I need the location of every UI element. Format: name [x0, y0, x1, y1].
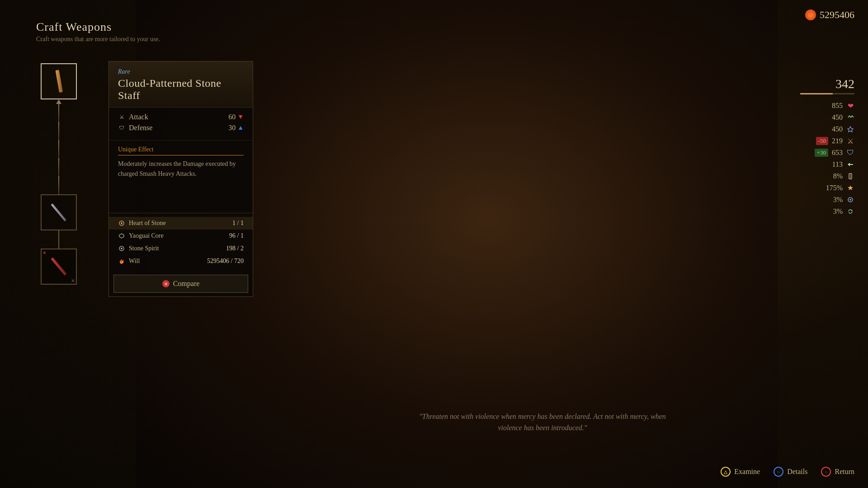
quote-text: "Threaten not with violence when mercy h…: [407, 411, 678, 434]
material-row-3: Will 5295406 / 720: [109, 255, 253, 267]
details-action[interactable]: ○ Details: [774, 467, 807, 477]
defense-value: 30 ▲: [228, 124, 244, 132]
staff-weapon-icon: [47, 69, 70, 94]
material-count-1: 96 / 1: [229, 232, 244, 239]
weapon-slot-middle[interactable]: [41, 194, 77, 230]
bottom-actions: △ Examine ○ Details ○ Return: [721, 467, 854, 477]
attack-stat-row: ⚔ Attack 60 ▼: [118, 113, 244, 121]
defense-stat-row: 🛡 Defense 30 ▲: [118, 124, 244, 132]
recovery-value: 3%: [833, 207, 843, 216]
svg-rect-1: [51, 203, 66, 221]
weapon-list: ✕ ⚔: [36, 63, 81, 285]
right-stats-panel: 342 855 ❤ 450 450 -50 219 ⚔ +30 653 🛡 11…: [800, 77, 854, 219]
speed-stat-icon: [846, 160, 854, 169]
defense-right-value: 653: [832, 149, 843, 157]
compare-label: Compare: [173, 280, 200, 288]
attack-value: 60 ▼: [228, 113, 244, 121]
return-action[interactable]: ○ Return: [821, 467, 854, 477]
compare-button[interactable]: ✕ Compare: [113, 275, 248, 293]
right-stat-mana: 450: [800, 125, 854, 133]
svg-point-6: [121, 248, 123, 249]
page-title-section: Craft Weapons Craft weapons that are mor…: [36, 20, 160, 43]
defense-stat-icon: 🛡: [118, 124, 125, 131]
stamina-value: 450: [832, 113, 843, 122]
defense-change-badge: +30: [815, 149, 828, 157]
hp-value: 855: [832, 102, 843, 110]
examine-action[interactable]: △ Examine: [721, 467, 760, 477]
level-bar-fill: [800, 93, 833, 94]
dagger-weapon-icon: [47, 200, 70, 225]
speed-value: 113: [832, 160, 843, 169]
weapon-slot-bottom[interactable]: ✕ ⚔: [41, 249, 77, 285]
material-name-0: Heart of Stone: [129, 220, 166, 227]
poise-stat-icon: [846, 172, 854, 180]
svg-rect-0: [56, 70, 63, 93]
currency-value: 5295406: [820, 9, 854, 21]
material-row-1: Yaoguai Core 96 / 1: [109, 230, 253, 242]
right-stat-move: 3%: [800, 196, 854, 204]
material-name-2: Stone Spirit: [129, 245, 159, 252]
material-row-2: Stone Spirit 198 / 2: [109, 242, 253, 255]
panel-header: Rare Cloud-Patterned Stone Staff: [109, 61, 253, 108]
recovery-stat-icon: [846, 207, 854, 216]
stats-section: ⚔ Attack 60 ▼ 🛡 Defense 30 ▲: [109, 108, 253, 141]
connector-line-bot1: [58, 230, 59, 249]
connector-line-mid3: [58, 158, 59, 176]
weapon-info-panel: Rare Cloud-Patterned Stone Staff ⚔ Attac…: [108, 61, 253, 297]
connector-line-top: [58, 104, 59, 122]
flame-icon: [805, 9, 816, 20]
right-stat-crit: 175%: [800, 184, 854, 192]
level-bar: [800, 93, 854, 94]
material-count-2: 198 / 2: [226, 245, 244, 252]
material-count-0: 1 / 1: [232, 220, 244, 227]
right-stat-recovery: 3%: [800, 207, 854, 216]
material-icon-2: [118, 245, 125, 252]
return-label: Return: [835, 468, 854, 476]
attack-trend-icon: ▼: [237, 113, 244, 121]
move-value: 3%: [833, 196, 843, 204]
move-stat-icon: [846, 196, 854, 204]
right-stat-stamina: 450: [800, 113, 854, 122]
right-stat-poise: 8%: [800, 172, 854, 180]
attack-stat-icon: ⚔: [118, 113, 125, 121]
mana-stat-icon: [846, 125, 854, 133]
mana-value: 450: [832, 125, 843, 133]
details-button-icon: ○: [774, 467, 783, 477]
crit-value: 175%: [826, 184, 843, 192]
materials-section: Heart of Stone 1 / 1 Yaoguai Core 96 / 1…: [109, 213, 253, 271]
details-label: Details: [787, 468, 807, 476]
page-subtitle: Craft weapons that are more tailored to …: [36, 36, 160, 43]
slot-badge-x: ✕: [42, 250, 46, 255]
attack-right-icon: ⚔: [846, 137, 854, 145]
material-icon-will: [118, 258, 125, 265]
slot-badge-person: ⚔: [71, 278, 75, 283]
connector-arrow-up: [56, 99, 61, 104]
defense-trend-icon: ▲: [237, 124, 244, 131]
heart-stat-icon: ❤: [846, 102, 854, 110]
right-stat-attack: -50 219 ⚔: [800, 137, 854, 145]
right-stat-defense: +30 653 🛡: [800, 149, 854, 157]
attack-right-value: 219: [832, 137, 843, 145]
material-count-3: 5295406 / 720: [207, 258, 244, 265]
unique-effect-header: Unique Effect: [118, 146, 244, 155]
unique-effect-text: Moderately increases the Damage executed…: [118, 159, 244, 179]
examine-label: Examine: [734, 468, 760, 476]
attack-change-badge: -50: [816, 137, 828, 145]
page-title: Craft Weapons: [36, 20, 160, 34]
svg-marker-4: [119, 234, 124, 238]
unique-effect-section: Unique Effect Moderately increases the D…: [109, 141, 253, 213]
weapon-slot-selected[interactable]: [41, 63, 77, 99]
return-button-icon: ○: [821, 467, 831, 477]
connector-line-mid1: [58, 122, 59, 140]
compare-x-icon: ✕: [162, 280, 170, 287]
stamina-stat-icon: [846, 113, 854, 122]
right-stat-hp: 855 ❤: [800, 102, 854, 110]
attack-label: ⚔ Attack: [118, 113, 148, 121]
connector-line-mid4: [58, 176, 59, 194]
rarity-label: Rare: [118, 68, 244, 75]
material-row-0: Heart of Stone 1 / 1: [109, 217, 253, 230]
material-icon-0: [118, 220, 125, 227]
right-stat-speed: 113: [800, 160, 854, 169]
connector-line-mid2: [58, 140, 59, 158]
red-dagger-weapon-icon: [47, 254, 70, 279]
